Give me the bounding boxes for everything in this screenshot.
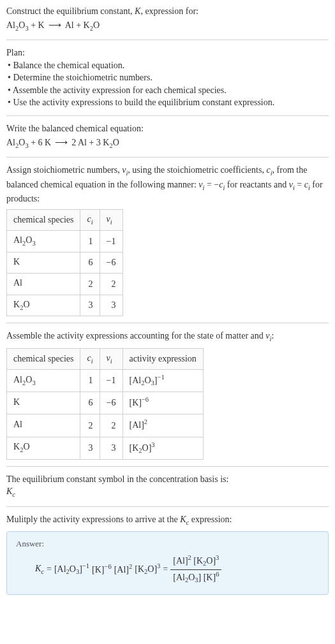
cell-vi: 3: [100, 295, 123, 316]
balanced-heading: Write the balanced chemical equation:: [6, 122, 329, 135]
species-al: Al: [78, 138, 87, 147]
cell-ci: 2: [80, 414, 100, 437]
table-row: Al22: [7, 274, 123, 295]
coef: 2: [71, 138, 78, 147]
plan-item: Assemble the activity expression for eac…: [8, 84, 329, 97]
cell-species: K: [7, 392, 80, 414]
species-al2o3: Al2O3: [6, 138, 29, 147]
table-row: Al22[Al]2: [7, 414, 204, 437]
species-al2o3: Al2O3: [6, 20, 29, 30]
coef: 6: [38, 138, 45, 147]
cell-activity: [Al]2: [123, 414, 203, 437]
plan-list: Balance the chemical equation. Determine…: [6, 59, 329, 109]
table-header-row: chemical species ci νi activity expressi…: [7, 348, 204, 369]
divider: [6, 506, 329, 507]
col-ci: ci: [80, 209, 100, 230]
cell-ci: 3: [80, 437, 100, 459]
cell-ci: 6: [80, 392, 100, 414]
species-k: K: [45, 138, 51, 147]
cell-species: Al: [7, 274, 80, 295]
cell-ci: 2: [80, 274, 100, 295]
col-species: chemical species: [7, 209, 80, 230]
stoich-table: chemical species ci νi Al2O31−1 K6−6 Al2…: [6, 209, 123, 316]
col-species: chemical species: [7, 348, 80, 369]
equals: =: [47, 563, 52, 576]
cell-ci: 1: [80, 231, 100, 252]
divider: [6, 157, 329, 157]
col-activity: activity expression: [123, 348, 203, 369]
cell-species: Al: [7, 414, 80, 437]
term-k: [K]−6: [92, 562, 112, 576]
cell-vi: −1: [100, 231, 123, 252]
cell-ci: 6: [80, 252, 100, 273]
divider: [6, 40, 329, 40]
cell-ci: 1: [80, 370, 100, 392]
basis-symbol: Kc: [6, 485, 329, 499]
cell-activity: [K2O]3: [123, 437, 203, 459]
stoich-block: Assign stoichiometric numbers, νi, using…: [6, 164, 329, 316]
kc-symbol: Kc: [35, 562, 44, 576]
plus: +: [74, 20, 84, 30]
basis-block: The equilibrium constant symbol in the c…: [6, 473, 329, 500]
table-row: K6−6[K]−6: [7, 392, 204, 414]
fraction-numerator: [Al]2 [K2O]3: [170, 553, 221, 569]
final-block: Mulitply the activity expressions to arr…: [6, 513, 329, 595]
table-row: K2O33: [7, 295, 123, 316]
table-header-row: chemical species ci νi: [7, 209, 123, 230]
final-heading: Mulitply the activity expressions to arr…: [6, 513, 329, 527]
fraction-denominator: [Al2O3] [K]6: [170, 570, 221, 585]
equals: =: [163, 563, 168, 576]
col-vi: νi: [100, 209, 123, 230]
cell-ci: 3: [80, 295, 100, 316]
table-row: Al2O31−1[Al2O3]−1: [7, 370, 204, 392]
term-al2o3: [Al2O3]−1: [54, 562, 89, 577]
species-k: K: [38, 20, 45, 30]
species-k2o: K2O: [84, 20, 100, 30]
coef: 3: [96, 138, 103, 147]
cell-species: K2O: [7, 295, 80, 316]
cell-activity: [K]−6: [123, 392, 203, 414]
activity-block: Assemble the activity expressions accoun…: [6, 330, 329, 460]
plan-item: Use the activity expressions to build th…: [8, 96, 329, 109]
cell-vi: 3: [100, 437, 123, 459]
stoich-text: Assign stoichiometric numbers, νi, using…: [6, 164, 329, 205]
plus: +: [87, 138, 96, 147]
answer-label: Answer:: [16, 538, 319, 550]
intro-text-1: Construct the equilibrium constant,: [6, 6, 135, 16]
activity-table: chemical species ci νi activity expressi…: [6, 348, 204, 460]
cell-species: Al2O3: [7, 231, 80, 252]
balanced-block: Write the balanced chemical equation: Al…: [6, 122, 329, 150]
intro-line: Construct the equilibrium constant, K, e…: [6, 5, 329, 18]
answer-box: Answer: Kc = [Al2O3]−1 [K]−6 [Al]2 [K2O]…: [6, 531, 329, 594]
cell-vi: −6: [100, 252, 123, 273]
plus: +: [29, 138, 38, 147]
cell-activity: [Al2O3]−1: [123, 370, 203, 392]
plan-block: Plan: Balance the chemical equation. Det…: [6, 47, 329, 109]
table-row: K2O33[K2O]3: [7, 437, 204, 459]
balanced-equation: Al2O3 + 6 K⟶2 Al + 3 K2O: [6, 136, 329, 150]
intro-text-1b: , expression for:: [140, 6, 198, 16]
plan-item: Balance the chemical equation.: [8, 59, 329, 72]
unbalanced-equation: Al2O3 + K⟶Al + K2O: [6, 19, 329, 33]
cell-vi: −1: [100, 370, 123, 392]
col-ci: ci: [80, 348, 100, 369]
fraction: [Al]2 [K2O]3 [Al2O3] [K]6: [170, 553, 221, 585]
kc-expression: Kc = [Al2O3]−1 [K]−6 [Al]2 [K2O]3 = [Al]…: [16, 553, 319, 585]
arrow-icon: ⟶: [48, 20, 61, 30]
term-k2o: [K2O]3: [135, 562, 160, 577]
arrow-icon: ⟶: [55, 138, 68, 147]
cell-species: K2O: [7, 437, 80, 459]
term-al: [Al]2: [114, 562, 133, 576]
activity-heading: Assemble the activity expressions accoun…: [6, 330, 329, 344]
intro-block: Construct the equilibrium constant, K, e…: [6, 5, 329, 33]
cell-species: Al2O3: [7, 370, 80, 392]
divider: [6, 323, 329, 323]
divider: [6, 466, 329, 467]
cell-vi: −6: [100, 392, 123, 414]
plan-heading: Plan:: [6, 47, 329, 59]
basis-text: The equilibrium constant symbol in the c…: [6, 473, 329, 486]
divider: [6, 115, 329, 116]
K-symbol: K: [135, 6, 140, 16]
species-k2o: K2O: [103, 138, 119, 147]
plus: +: [29, 20, 38, 30]
